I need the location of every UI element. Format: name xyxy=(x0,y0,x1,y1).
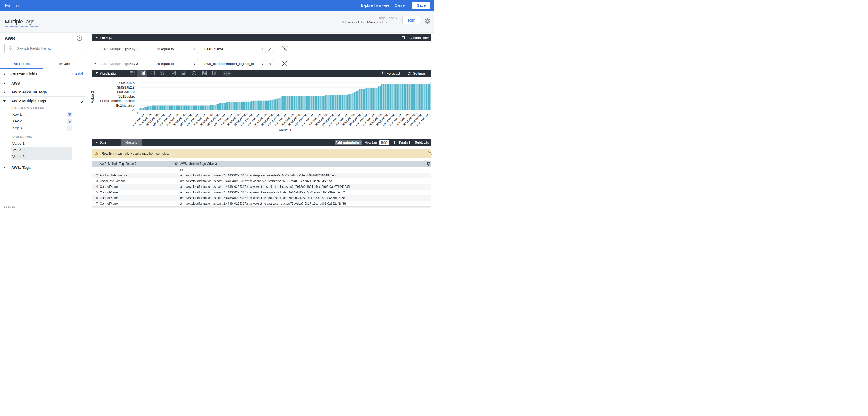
svg-text:SMS3JIZ5: SMS3JIZ5 xyxy=(119,81,134,85)
svg-text:Value 3: Value 3 xyxy=(279,128,291,132)
svg-text:∅: ∅ xyxy=(132,108,134,112)
svg-text:S31Bucket: S31Bucket xyxy=(118,95,135,98)
svg-text:6: 6 xyxy=(214,72,216,75)
svg-text:SMS3JIZ18: SMS3JIZ18 xyxy=(117,86,134,90)
svg-text:Ec2Instance: Ec2Instance xyxy=(116,104,134,107)
svg-text:SMS3JIZ10: SMS3JIZ10 xyxy=(117,90,134,94)
svg-text:Value 2: Value 2 xyxy=(90,91,94,103)
svg-text:Hello1LambdaFunction: Hello1LambdaFunction xyxy=(100,99,134,103)
svg-text:∅: ∅ xyxy=(136,111,140,115)
